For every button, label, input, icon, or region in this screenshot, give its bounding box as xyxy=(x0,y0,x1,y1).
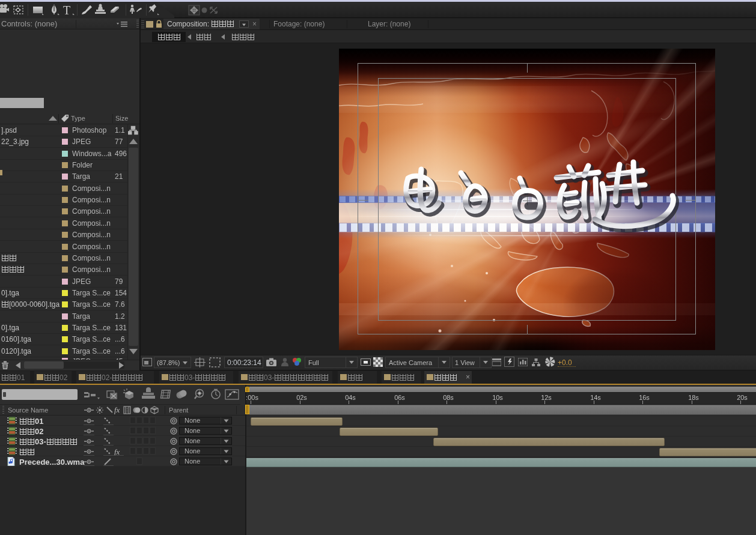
svg-text:fx: fx xyxy=(114,448,120,455)
svg-text:fx: fx xyxy=(114,406,120,414)
svg-text:T: T xyxy=(63,4,70,17)
